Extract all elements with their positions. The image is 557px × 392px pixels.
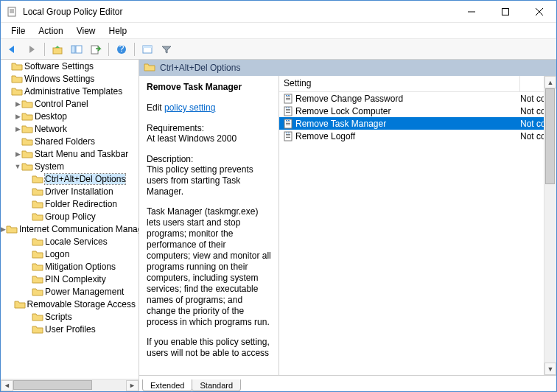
- folder-icon: [32, 186, 43, 197]
- svg-rect-25: [286, 112, 290, 113]
- tree-item[interactable]: Ctrl+Alt+Del Options: [1, 172, 139, 185]
- toolbar-show-hide-tree-button[interactable]: [68, 41, 85, 57]
- description-paragraph: Task Manager (taskmgr.exe) lets users st…: [147, 206, 271, 328]
- description-paragraph: This policy setting prevents users from …: [147, 164, 271, 197]
- detail-heading: Remove Task Manager: [147, 82, 271, 92]
- list-body[interactable]: Remove Change PasswordNot configuredRemo…: [279, 92, 544, 375]
- folder-icon: [21, 161, 33, 172]
- tree-caret-icon[interactable]: ▶: [1, 225, 6, 233]
- list-row[interactable]: Remove Change PasswordNot configured: [279, 92, 544, 105]
- tree-item-label: Driver Installation: [45, 186, 113, 197]
- tree-item-label: Internet Communication Management: [19, 224, 139, 234]
- svg-rect-36: [286, 136, 290, 136]
- menu-view[interactable]: View: [71, 24, 102, 38]
- tree-item[interactable]: ▶Start Menu and Taskbar: [1, 147, 139, 160]
- list-row-state: Not configured: [520, 94, 544, 104]
- toolbar-up-button[interactable]: [49, 41, 66, 57]
- toolbar-properties-button[interactable]: [139, 41, 156, 57]
- list-row[interactable]: Remove Lock ComputerNot configured: [279, 105, 544, 117]
- detail-pane: Remove Task Manager Edit policy setting …: [139, 76, 279, 375]
- tree-item[interactable]: User Profiles: [1, 323, 139, 335]
- tree-item[interactable]: Power Management: [1, 285, 139, 298]
- tree-item[interactable]: Group Policy: [1, 210, 139, 223]
- toolbar-separator: [134, 43, 135, 56]
- scroll-left-button[interactable]: ◄: [1, 380, 13, 391]
- location-title: Ctrl+Alt+Del Options: [160, 63, 240, 73]
- tree-item[interactable]: Mitigation Options: [1, 260, 139, 273]
- tree-caret-icon[interactable]: ▶: [14, 150, 21, 158]
- toolbar-help-button[interactable]: ?: [113, 41, 130, 57]
- tree-item[interactable]: ▼System: [1, 160, 139, 172]
- tree-item[interactable]: Folder Redirection: [1, 197, 139, 210]
- policy-icon: [279, 94, 294, 104]
- tree-item[interactable]: Windows Settings: [1, 72, 139, 85]
- scroll-track[interactable]: [13, 380, 126, 391]
- scroll-down-button[interactable]: ▼: [544, 363, 556, 375]
- tree-item-label: System: [35, 161, 64, 172]
- close-button[interactable]: [522, 1, 556, 23]
- svg-rect-33: [288, 120, 290, 121]
- list-row-state: Not configured: [520, 106, 544, 116]
- menu-action[interactable]: Action: [32, 24, 69, 38]
- tree-caret-icon[interactable]: ▶: [14, 125, 21, 133]
- svg-rect-24: [286, 111, 290, 111]
- tree-item[interactable]: ▶Internet Communication Management: [1, 223, 139, 235]
- toolbar-forward-button[interactable]: [23, 41, 41, 57]
- tree-item[interactable]: Removable Storage Access: [1, 298, 139, 310]
- column-header-setting[interactable]: Setting: [279, 76, 520, 91]
- scroll-thumb[interactable]: [13, 380, 92, 390]
- tree-horizontal-scrollbar[interactable]: ◄ ►: [1, 379, 139, 391]
- settings-list: Setting Remove Change PasswordNot config…: [279, 76, 544, 375]
- tree-item[interactable]: ▶Desktop: [1, 110, 139, 122]
- scroll-right-button[interactable]: ►: [126, 380, 139, 391]
- policy-icon: [279, 131, 294, 141]
- tree-item-label: PIN Complexity: [45, 274, 106, 284]
- scroll-up-button[interactable]: ▲: [544, 76, 556, 88]
- menu-file[interactable]: File: [5, 24, 31, 38]
- svg-rect-38: [286, 133, 287, 133]
- list-row[interactable]: Remove LogoffNot configured: [279, 130, 544, 142]
- tree-item[interactable]: Driver Installation: [1, 185, 139, 197]
- main-body: Software SettingsWindows SettingsAdminis…: [1, 60, 556, 391]
- scroll-track[interactable]: [544, 88, 556, 363]
- tab-extended[interactable]: Extended: [142, 379, 192, 391]
- policy-icon: [279, 119, 294, 129]
- menu-help[interactable]: Help: [103, 24, 133, 38]
- tree-item[interactable]: Logon: [1, 248, 139, 260]
- tree-item[interactable]: ▶Network: [1, 122, 139, 135]
- svg-rect-5: [502, 8, 509, 15]
- tree-item[interactable]: PIN Complexity: [1, 273, 139, 285]
- list-vertical-scrollbar[interactable]: ▲ ▼: [544, 76, 556, 375]
- tree-item-label: Software Settings: [24, 61, 94, 71]
- column-header-state[interactable]: [520, 76, 544, 91]
- tree-item[interactable]: Shared Folders: [1, 135, 139, 147]
- tree-caret-icon[interactable]: ▶: [14, 113, 21, 120]
- list-row-name: Remove Task Manager: [294, 119, 520, 129]
- tree-caret-icon[interactable]: ▼: [14, 163, 21, 170]
- scroll-thumb[interactable]: [545, 88, 555, 184]
- folder-icon: [6, 224, 18, 234]
- svg-rect-9: [71, 46, 75, 53]
- tree-view[interactable]: Software SettingsWindows SettingsAdminis…: [1, 60, 139, 379]
- view-tabs: Extended Standard: [139, 375, 556, 391]
- tree-item[interactable]: ▶Control Panel: [1, 97, 139, 110]
- right-main: Ctrl+Alt+Del Options Remove Task Manager…: [139, 60, 556, 375]
- svg-text:?: ?: [119, 44, 125, 54]
- toolbar-filter-button[interactable]: [158, 41, 175, 57]
- tree-item[interactable]: Software Settings: [1, 60, 139, 72]
- edit-policy-link[interactable]: policy setting: [164, 102, 215, 113]
- tree-item[interactable]: Locale Services: [1, 235, 139, 248]
- tree-item[interactable]: Scripts: [1, 310, 139, 323]
- toolbar-export-button[interactable]: [87, 41, 105, 57]
- tree-item[interactable]: Administrative Templates: [1, 85, 139, 97]
- svg-rect-15: [143, 46, 152, 48]
- tree-caret-icon[interactable]: ▶: [14, 100, 21, 108]
- list-row[interactable]: Remove Task ManagerNot configured: [279, 117, 544, 130]
- maximize-button[interactable]: [488, 1, 522, 23]
- toolbar-back-button[interactable]: [4, 41, 21, 57]
- minimize-button[interactable]: [455, 1, 488, 23]
- folder-icon: [21, 111, 33, 122]
- toolbar-separator: [44, 43, 45, 56]
- tab-standard[interactable]: Standard: [192, 379, 241, 391]
- window-title: Local Group Policy Editor: [23, 7, 455, 17]
